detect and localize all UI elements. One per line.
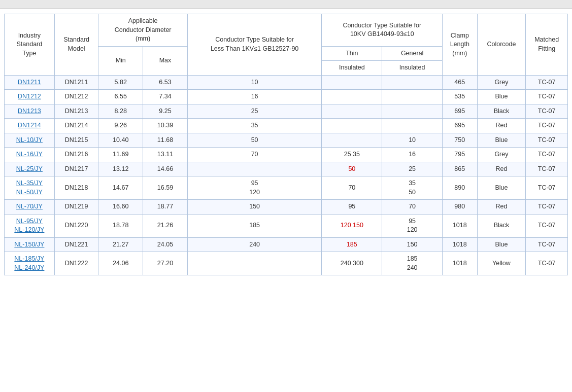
table-row: DN1212DN12126.557.3416535BlueTC-07 — [5, 90, 568, 104]
cell-min: 21.27 — [98, 237, 143, 252]
cell-clamp-length: 1018 — [443, 214, 478, 237]
table-row: NL-95/JYNL-120/JYDN122018.7821.26185120 … — [5, 214, 568, 237]
table-row: DN1213DN12138.289.2525695BlackTC-07 — [5, 104, 568, 119]
cell-industry-type[interactable]: DN1211 — [5, 75, 55, 90]
header-general-insulated-2: Insulated — [382, 61, 443, 76]
cell-min: 10.40 — [98, 133, 143, 148]
industry-type-link[interactable]: DN1214 — [18, 122, 41, 129]
cell-less-1kv: 240 — [187, 237, 322, 252]
header-general-insulated: General — [382, 46, 443, 61]
cell-clamp-length: 795 — [443, 148, 478, 162]
cell-matched-fitting: TC-07 — [526, 162, 568, 176]
cell-matched-fitting: TC-07 — [526, 133, 568, 148]
cell-thin-insulated: 240 300 — [322, 252, 382, 275]
cell-standard-model: DN1211 — [54, 75, 98, 90]
industry-type-link[interactable]: NL-70/JY — [16, 203, 43, 210]
cell-industry-type[interactable]: NL-95/JYNL-120/JY — [5, 214, 55, 237]
cell-clamp-length: 695 — [443, 104, 478, 119]
cell-industry-type[interactable]: DN1213 — [5, 104, 55, 119]
industry-type-link[interactable]: DN1212 — [18, 93, 41, 100]
cell-clamp-length: 865 — [443, 162, 478, 176]
cell-colorcode: Blue — [477, 90, 526, 104]
cell-less-1kv: 35 — [187, 119, 322, 133]
cell-less-1kv: 50 — [187, 133, 322, 148]
cell-clamp-length: 1018 — [443, 237, 478, 252]
table-row: NL-185/JYNL-240/JYDN122224.0627.20240 30… — [5, 252, 568, 275]
cell-min: 8.28 — [98, 104, 143, 119]
cell-matched-fitting: TC-07 — [526, 176, 568, 200]
cell-max: 13.11 — [143, 148, 188, 162]
header-less-1kv: Conductor Type Suitable forLess Than 1KV… — [187, 14, 322, 76]
cell-clamp-length: 890 — [443, 176, 478, 200]
industry-type-link[interactable]: NL-25/JY — [16, 165, 43, 172]
cell-min: 6.55 — [98, 90, 143, 104]
header-conductor-diameter: ApplicableConductor Diameter(mm) — [98, 14, 187, 47]
industry-type-link[interactable]: NL-240/JY — [14, 264, 44, 271]
cell-industry-type[interactable]: DN1214 — [5, 119, 55, 133]
cell-less-1kv: 185 — [187, 214, 322, 237]
industry-type-link[interactable]: NL-150/JY — [14, 241, 44, 248]
page-wrapper: IndustryStandardType StandardModel Appli… — [0, 0, 572, 392]
cell-standard-model: DN1215 — [54, 133, 98, 148]
cell-standard-model: DN1221 — [54, 237, 98, 252]
cell-min: 24.06 — [98, 252, 143, 275]
cell-general-insulated: 70 — [382, 200, 443, 215]
cell-industry-type[interactable]: NL-16/JY — [5, 148, 55, 162]
cell-colorcode: Red — [477, 162, 526, 176]
cell-min: 16.60 — [98, 200, 143, 215]
main-table: IndustryStandardType StandardModel Appli… — [4, 14, 568, 275]
industry-type-link[interactable]: NL-120/JY — [14, 226, 44, 233]
cell-colorcode: Grey — [477, 75, 526, 90]
cell-max: 24.05 — [143, 237, 188, 252]
table-container: IndustryStandardType StandardModel Appli… — [0, 9, 572, 280]
industry-type-link[interactable]: NL-10/JY — [16, 136, 43, 144]
industry-type-link[interactable]: DN1213 — [18, 108, 41, 115]
cell-colorcode: Red — [477, 119, 526, 133]
cell-general-insulated: 150 — [382, 237, 443, 252]
cell-less-1kv: 16 — [187, 90, 322, 104]
industry-type-link[interactable]: DN1211 — [18, 79, 41, 86]
cell-colorcode: Blue — [477, 176, 526, 200]
cell-industry-type[interactable]: NL-35/JYNL-50/JY — [5, 176, 55, 200]
cell-general-insulated — [382, 119, 443, 133]
cell-min: 14.67 — [98, 176, 143, 200]
cell-max: 14.66 — [143, 162, 188, 176]
industry-type-link[interactable]: NL-50/JY — [16, 189, 43, 196]
cell-thin-insulated — [322, 90, 382, 104]
cell-less-1kv: 95120 — [187, 176, 322, 200]
cell-general-insulated — [382, 90, 443, 104]
header-max: Max — [143, 46, 188, 75]
cell-max: 16.59 — [143, 176, 188, 200]
cell-standard-model: DN1217 — [54, 162, 98, 176]
cell-general-insulated — [382, 104, 443, 119]
cell-industry-type[interactable]: NL-70/JY — [5, 200, 55, 215]
cell-industry-type[interactable]: NL-185/JYNL-240/JY — [5, 252, 55, 275]
cell-industry-type[interactable]: DN1212 — [5, 90, 55, 104]
industry-type-link[interactable]: NL-95/JY — [16, 218, 43, 225]
cell-general-insulated — [382, 75, 443, 90]
cell-colorcode: Grey — [477, 148, 526, 162]
cell-industry-type[interactable]: NL-10/JY — [5, 133, 55, 148]
cell-industry-type[interactable]: NL-25/JY — [5, 162, 55, 176]
table-row: NL-25/JYDN121713.1214.665025865RedTC-07 — [5, 162, 568, 176]
industry-type-link[interactable]: NL-16/JY — [16, 151, 43, 158]
cell-standard-model: DN1222 — [54, 252, 98, 275]
cell-less-1kv — [187, 162, 322, 176]
cell-matched-fitting: TC-07 — [526, 119, 568, 133]
cell-less-1kv: 25 — [187, 104, 322, 119]
cell-max: 7.34 — [143, 90, 188, 104]
header-10kv-group: Conductor Type Suitable for10KV GB14049-… — [322, 14, 443, 47]
cell-thin-insulated: 50 — [322, 162, 382, 176]
cell-thin-insulated — [322, 119, 382, 133]
cell-thin-insulated: 70 — [322, 176, 382, 200]
cell-general-insulated: 16 — [382, 148, 443, 162]
cell-colorcode: Blue — [477, 237, 526, 252]
cell-standard-model: DN1219 — [54, 200, 98, 215]
cell-max: 27.20 — [143, 252, 188, 275]
industry-type-link[interactable]: NL-35/JY — [16, 180, 43, 187]
cell-clamp-length: 750 — [443, 133, 478, 148]
industry-type-link[interactable]: NL-185/JY — [14, 255, 44, 262]
cell-min: 9.26 — [98, 119, 143, 133]
cell-industry-type[interactable]: NL-150/JY — [5, 237, 55, 252]
table-row: NL-10/JYDN121510.4011.685010750BlueTC-07 — [5, 133, 568, 148]
